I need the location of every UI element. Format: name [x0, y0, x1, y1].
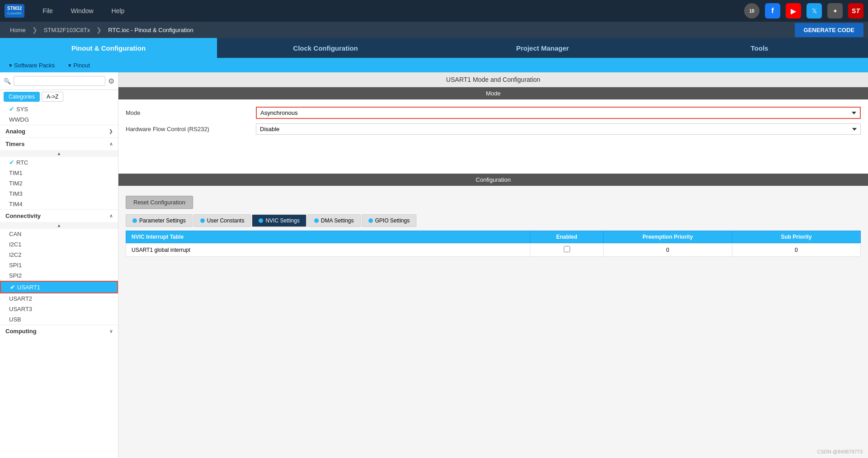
config-tab-user-constants[interactable]: User Constants — [193, 214, 251, 227]
nvic-enabled-checkbox[interactable] — [564, 246, 570, 252]
nvic-tab-label: NVIC Settings — [265, 217, 299, 224]
right-panel: USART1 Mode and Configuration Mode Mode … — [118, 72, 868, 458]
breadcrumb-device[interactable]: STM32F103C8Tx — [38, 22, 96, 38]
config-area: Configuration Reset Configuration Parame… — [118, 174, 868, 261]
mode-spacer — [118, 146, 868, 174]
nvic-enabled-cell[interactable] — [530, 243, 604, 257]
sys-label: SYS — [16, 106, 28, 113]
sidebar-item-tim2[interactable]: TIM2 — [0, 178, 118, 189]
tab-project-manager[interactable]: Project Manager — [434, 38, 651, 58]
sidebar-item-tim4[interactable]: TIM4 — [0, 199, 118, 209]
nvic-col-preemption: Preemption Priority — [604, 231, 732, 243]
sidebar-category-connectivity[interactable]: Connectivity ∧ — [0, 210, 118, 222]
sub-tab-software-packs[interactable]: ▾ Software Packs — [9, 62, 55, 69]
tab-clock[interactable]: Clock Configuration — [217, 38, 434, 58]
sys-group: ✔ SYS WWDG — [0, 104, 118, 125]
sidebar-item-usb[interactable]: USB — [0, 314, 118, 325]
tab-tools[interactable]: Tools — [651, 38, 868, 58]
config-tab-nvic[interactable]: NVIC Settings — [252, 214, 306, 227]
sidebar-item-usart2[interactable]: USART2 — [0, 293, 118, 304]
dma-dot-icon — [314, 218, 319, 223]
twitter-icon[interactable]: 𝕏 — [807, 3, 822, 19]
sidebar-item-wwdg[interactable]: WWDG — [0, 114, 118, 125]
sidebar-item-usart3[interactable]: USART3 — [0, 304, 118, 314]
sub-tab-pinout[interactable]: ▾ Pinout — [68, 62, 90, 69]
user-constants-tab-label: User Constants — [207, 217, 245, 224]
sidebar-item-sys[interactable]: ✔ SYS — [0, 104, 118, 114]
sidebar-category-computing[interactable]: Computing ∨ — [0, 325, 118, 337]
nvic-col-interrupt: NVIC Interrupt Table — [126, 231, 530, 243]
sidebar-category-timers[interactable]: Timers ∧ — [0, 138, 118, 150]
gpio-tab-label: GPIO Settings — [375, 217, 410, 224]
breadcrumb-arrow-2: ❯ — [96, 26, 102, 33]
spi1-label: SPI1 — [9, 262, 22, 269]
i2c1-label: I2C1 — [9, 241, 21, 248]
config-tab-dma[interactable]: DMA Settings — [307, 214, 361, 227]
sidebar-item-usart1[interactable]: ✔ USART1 — [0, 281, 118, 293]
connectivity-label: Connectivity — [5, 212, 41, 219]
pinout-label: Pinout — [73, 62, 90, 69]
sidebar: 🔍 ⚙ Categories A->Z ✔ SYS WWDG Analog — [0, 72, 118, 458]
network-icon[interactable]: ✦ — [827, 3, 843, 19]
nvic-interrupt-name: USART1 global interrupt — [126, 243, 530, 257]
parameter-tab-label: Parameter Settings — [139, 217, 186, 224]
sidebar-tab-categories[interactable]: Categories — [4, 92, 40, 102]
menu-window[interactable]: Window — [71, 7, 94, 14]
software-packs-label: Software Packs — [14, 62, 55, 69]
mode-row: Mode Asynchronous — [126, 107, 861, 119]
search-input[interactable] — [14, 76, 105, 86]
mode-section-header: Mode — [118, 87, 868, 99]
sidebar-item-can[interactable]: CAN — [0, 229, 118, 239]
gear-icon[interactable]: ⚙ — [108, 77, 114, 85]
st-logo-icon[interactable]: ST — [848, 3, 863, 19]
menu-file[interactable]: File — [42, 7, 53, 14]
tim3-label: TIM3 — [9, 190, 23, 197]
tab-pinout[interactable]: Pinout & Configuration — [0, 38, 217, 58]
timers-chevron-icon: ∧ — [109, 142, 113, 146]
mode-section: Mode Asynchronous Hardware Flow Control … — [118, 99, 868, 146]
dma-tab-label: DMA Settings — [321, 217, 354, 224]
menu-help[interactable]: Help — [112, 7, 125, 14]
sidebar-item-i2c1[interactable]: I2C1 — [0, 239, 118, 250]
hardware-flow-select[interactable]: Disable — [256, 123, 861, 135]
youtube-icon[interactable]: ▶ — [786, 3, 801, 19]
logo-text: STM32 CubeMX — [7, 6, 22, 16]
sidebar-item-rtc[interactable]: ✔ RTC — [0, 157, 118, 168]
computing-label: Computing — [5, 328, 37, 335]
analog-chevron-icon: ❯ — [109, 129, 113, 134]
connectivity-chevron-icon: ∧ — [109, 213, 113, 218]
parameter-dot-icon — [132, 218, 137, 223]
breadcrumb-home[interactable]: Home — [5, 22, 31, 38]
sidebar-item-spi1[interactable]: SPI1 — [0, 260, 118, 270]
usart3-label: USART3 — [9, 306, 32, 312]
hardware-flow-row: Hardware Flow Control (RS232) Disable — [126, 123, 861, 135]
sidebar-item-tim1[interactable]: TIM1 — [0, 168, 118, 178]
sidebar-item-tim3[interactable]: TIM3 — [0, 189, 118, 199]
sidebar-tab-az[interactable]: A->Z — [42, 92, 63, 102]
usb-label: USB — [9, 316, 21, 323]
nvic-preemption-cell: 0 — [604, 243, 732, 257]
facebook-icon[interactable]: f — [765, 3, 780, 19]
tim4-label: TIM4 — [9, 201, 23, 208]
mode-select[interactable]: Asynchronous — [256, 107, 861, 119]
mode-label: Mode — [126, 109, 252, 116]
usart1-check-icon: ✔ — [10, 283, 15, 291]
generate-code-button[interactable]: GENERATE CODE — [795, 23, 863, 37]
sidebar-category-analog[interactable]: Analog ❯ — [0, 125, 118, 137]
config-content: Reset Configuration Parameter Settings U… — [118, 191, 868, 261]
config-tab-gpio[interactable]: GPIO Settings — [362, 214, 417, 227]
usart2-label: USART2 — [9, 295, 32, 302]
sidebar-item-i2c2[interactable]: I2C2 — [0, 250, 118, 260]
panel-title: USART1 Mode and Configuration — [118, 72, 868, 87]
breadcrumb-file[interactable]: RTC.ioc - Pinout & Configuration — [103, 22, 198, 38]
config-tabs: Parameter Settings User Constants NVIC S… — [126, 214, 861, 227]
sidebar-item-spi2[interactable]: SPI2 — [0, 270, 118, 281]
i2c2-label: I2C2 — [9, 251, 21, 258]
tim2-label: TIM2 — [9, 180, 23, 187]
config-tab-parameter[interactable]: Parameter Settings — [126, 214, 193, 227]
connectivity-scroll-up[interactable]: ▲ — [0, 222, 118, 229]
reset-configuration-button[interactable]: Reset Configuration — [126, 196, 193, 209]
nvic-table-body: USART1 global interrupt 0 0 — [126, 243, 861, 257]
analog-label: Analog — [5, 128, 25, 135]
timers-scroll-up[interactable]: ▲ — [0, 150, 118, 157]
